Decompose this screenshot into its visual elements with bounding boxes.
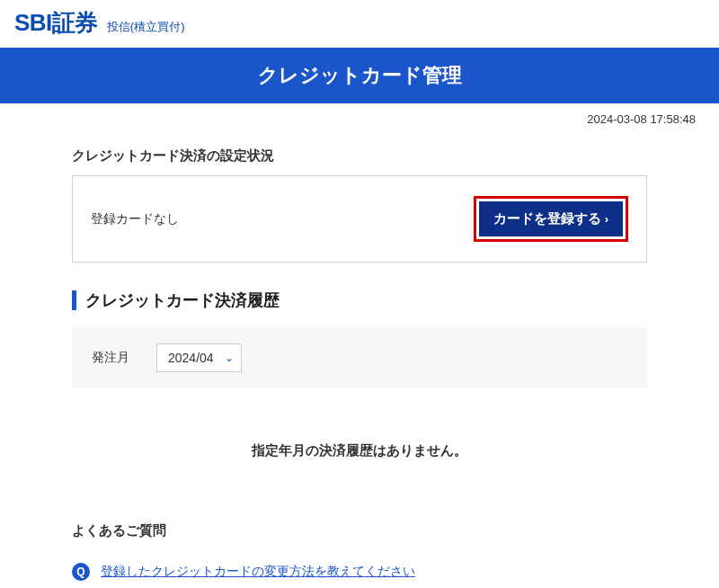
register-card-button[interactable]: カードを登録する › (479, 201, 623, 236)
no-history-message: 指定年月の決済履歴はありません。 (72, 442, 647, 459)
history-heading-text: クレジットカード決済履歴 (85, 290, 280, 311)
chevron-right-icon: › (605, 212, 608, 226)
logo-subtitle: 投信(積立買付) (107, 19, 185, 35)
heading-accent-bar (72, 290, 76, 310)
faq-item: Q 登録したクレジットカードの変更方法を教えてください (72, 554, 647, 588)
timestamp: 2024-03-08 17:58:48 (0, 103, 719, 126)
card-status-box: 登録カードなし カードを登録する › (72, 175, 647, 263)
card-status-text: 登録カードなし (91, 211, 179, 227)
month-select[interactable]: 2024/04 ⌄ (156, 343, 242, 372)
q-badge-icon: Q (72, 563, 90, 581)
month-select-value: 2024/04 (168, 351, 214, 365)
page-title-bar: クレジットカード管理 (0, 48, 719, 103)
main-content: クレジットカード決済の設定状況 登録カードなし カードを登録する › クレジット… (0, 126, 719, 588)
filter-label: 発注月 (92, 350, 129, 366)
faq-link[interactable]: 登録したクレジットカードの変更方法を教えてください (101, 564, 415, 580)
chevron-down-icon: ⌄ (225, 352, 234, 364)
register-button-highlight: カードを登録する › (474, 196, 628, 242)
status-section-title: クレジットカード決済の設定状況 (72, 147, 647, 165)
history-heading: クレジットカード決済履歴 (72, 290, 647, 311)
logo: SBI証券 (14, 7, 98, 39)
header: SBI証券 投信(積立買付) (0, 0, 719, 48)
faq-heading: よくあるご質問 (72, 522, 647, 539)
history-filter-row: 発注月 2024/04 ⌄ (72, 327, 647, 388)
register-button-label: カードを登録する (493, 210, 601, 227)
